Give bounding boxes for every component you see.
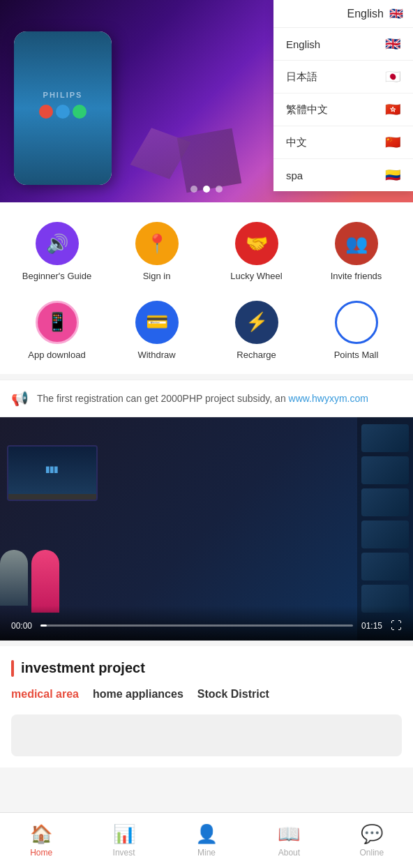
video-time-start: 00:00 — [11, 621, 32, 631]
phone-mockup: PHILIPS — [14, 31, 112, 185]
banner-dot-1[interactable] — [190, 186, 197, 193]
nav-label-mine: Mine — [197, 848, 216, 858]
lucky-wheel-label: Lucky Wheel — [230, 271, 282, 283]
invite-friends-symbol: 👥 — [345, 233, 368, 255]
icon-item-app-download[interactable]: 📱 App download — [7, 295, 107, 367]
lucky-wheel-circle: 🤝 — [235, 222, 278, 265]
lang-option-繁體中文[interactable]: 繁體中文 🇭🇰 — [273, 93, 413, 126]
invite-friends-circle: 👥 — [335, 222, 378, 265]
announcement-bar: 📢 The first registration can get 2000PHP… — [0, 380, 413, 417]
icon-item-lucky-wheel[interactable]: 🤝 Lucky Wheel — [206, 216, 306, 288]
language-dropdown[interactable]: English 🇬🇧 English 🇬🇧 日本語 🇯🇵 繁體中文 🇭🇰 中文 … — [273, 0, 413, 191]
monitor-1: ▊▊▊ — [7, 445, 98, 501]
flag-icon: 🇭🇰 — [385, 102, 400, 117]
recharge-symbol: ⚡ — [246, 311, 268, 333]
nav-icon-home: 🏠 — [30, 823, 52, 845]
nav-item-home[interactable]: 🏠 Home — [0, 818, 82, 863]
nav-icon-online: 💬 — [361, 823, 383, 845]
section-title: investment project — [11, 660, 402, 677]
nav-item-online[interactable]: 💬 Online — [331, 818, 413, 863]
icon-item-invite-friends[interactable]: 👥 Invite friends — [306, 216, 406, 288]
app-download-label: App download — [28, 350, 85, 361]
video-time-bar: 00:00 01:15 ⛶ — [11, 620, 402, 632]
sign-in-label: Sign in — [143, 271, 171, 283]
banner-dot-3[interactable] — [216, 186, 223, 193]
icons-section: 🔊 Beginner's Guide 📍 Sign in 🤝 Lucky Whe… — [0, 202, 413, 374]
nav-icon-invest: 📊 — [113, 823, 135, 845]
category-tab-home-appliances[interactable]: home appliances — [93, 688, 183, 703]
sign-in-circle: 📍 — [135, 222, 179, 265]
nav-label-home: Home — [30, 848, 52, 858]
nav-item-about[interactable]: 📖 About — [248, 818, 330, 863]
app-download-circle: 📱 — [36, 301, 79, 344]
investment-section: investment project medical areahome appl… — [0, 646, 413, 768]
withdraw-label: Withdraw — [137, 350, 175, 361]
nav-label-online: Online — [359, 848, 384, 858]
fullscreen-icon[interactable]: ⛶ — [391, 620, 402, 632]
nav-item-mine[interactable]: 👤 Mine — [165, 818, 248, 863]
icon-item-recharge[interactable]: ⚡ Recharge — [206, 295, 306, 367]
current-language-label: English — [347, 8, 384, 20]
banner-dot-2[interactable] — [203, 186, 210, 193]
points-mall-label: Points Mall — [334, 350, 379, 361]
beginners-guide-symbol: 🔊 — [46, 233, 68, 255]
video-time-end: 01:15 — [361, 621, 382, 631]
video-progress-fill — [40, 624, 47, 627]
audience-person-2 — [31, 550, 59, 613]
category-tabs: medical areahome appliancesStock Distric… — [11, 688, 402, 703]
nav-items: 🏠 Home 📊 Invest 👤 Mine 📖 About 💬 Online — [0, 818, 413, 863]
lang-option-spa[interactable]: spa 🇨🇴 — [273, 159, 413, 191]
icon-item-withdraw[interactable]: 💳 Withdraw — [107, 295, 206, 367]
withdraw-symbol: 💳 — [146, 311, 168, 333]
language-header: English 🇬🇧 — [273, 0, 413, 28]
nav-label-invest: Invest — [113, 848, 135, 858]
invite-friends-label: Invite friends — [331, 271, 382, 283]
category-tab-stock-district[interactable]: Stock District — [197, 688, 269, 703]
flag-icon: 🇬🇧 — [385, 36, 400, 52]
lang-option-中文[interactable]: 中文 🇨🇳 — [273, 126, 413, 159]
beginners-guide-label: Beginner's Guide — [22, 271, 91, 283]
flag-icon: 🇯🇵 — [385, 69, 400, 84]
investment-content-placeholder — [11, 714, 402, 756]
video-section: ▊▊▊ 00:00 01:15 ⛶ — [0, 417, 413, 641]
icons-grid: 🔊 Beginner's Guide 📍 Sign in 🤝 Lucky Whe… — [7, 216, 406, 367]
banner-pagination — [190, 186, 223, 193]
flag-icon: 🇨🇳 — [385, 135, 400, 150]
announcement-text: The first registration can get 2000PHP p… — [37, 393, 402, 404]
video-progress-bar[interactable] — [40, 624, 353, 627]
category-tab-medical-area[interactable]: medical area — [11, 688, 79, 703]
icon-item-beginners-guide[interactable]: 🔊 Beginner's Guide — [7, 216, 107, 288]
nav-icon-about: 📖 — [278, 823, 300, 845]
bottom-navigation: 🏠 Home 📊 Invest 👤 Mine 📖 About 💬 Online — [0, 812, 413, 868]
nav-item-invest[interactable]: 📊 Invest — [82, 818, 165, 863]
recharge-circle: ⚡ — [235, 301, 278, 344]
lang-option-日本語[interactable]: 日本語 🇯🇵 — [273, 61, 413, 93]
decorative-cube-2 — [177, 128, 242, 193]
lucky-wheel-symbol: 🤝 — [246, 233, 268, 255]
icon-item-sign-in[interactable]: 📍 Sign in — [107, 216, 206, 288]
audience — [0, 550, 59, 613]
audience-person-1 — [0, 550, 28, 606]
nav-label-about: About — [278, 848, 300, 858]
flag-icon: 🇨🇴 — [385, 167, 400, 183]
icon-item-points-mall[interactable]: ¥ Points Mall — [306, 295, 406, 367]
beginners-guide-circle: 🔊 — [36, 222, 79, 265]
withdraw-circle: 💳 — [135, 301, 179, 344]
nav-icon-mine: 👤 — [195, 823, 218, 845]
lang-option-english[interactable]: English 🇬🇧 — [273, 28, 413, 61]
points-mall-circle: ¥ — [335, 301, 378, 344]
title-accent-bar — [11, 660, 14, 677]
recharge-label: Recharge — [236, 350, 276, 361]
monitors: ▊▊▊ — [7, 445, 98, 501]
video-controls[interactable]: 00:00 01:15 ⛶ — [0, 606, 413, 641]
current-flag-icon: 🇬🇧 — [389, 7, 403, 20]
investment-title: investment project — [21, 660, 145, 676]
points-mall-symbol: ¥ — [351, 311, 361, 333]
announcement-icon: 📢 — [11, 390, 29, 407]
app-download-symbol: 📱 — [46, 311, 68, 333]
sign-in-symbol: 📍 — [146, 233, 168, 255]
